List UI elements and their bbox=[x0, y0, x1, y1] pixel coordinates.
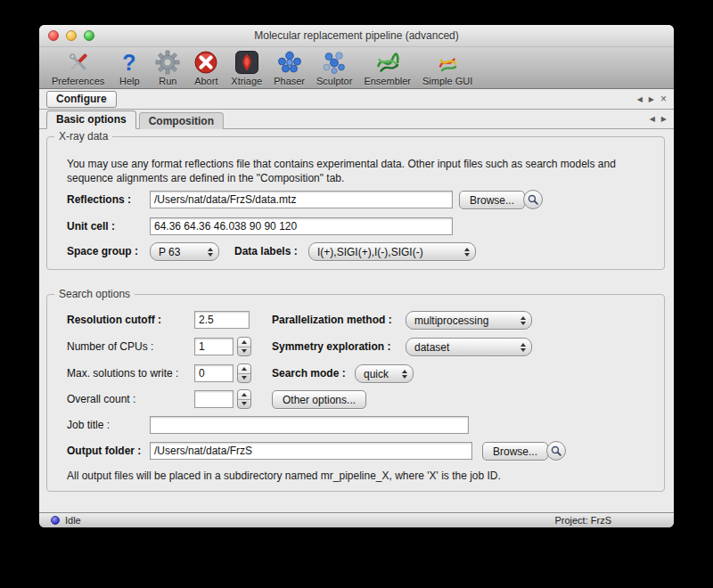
minimize-window-button[interactable] bbox=[66, 30, 77, 41]
main-content: Configure ◀ ▶ × Basic options Compositio… bbox=[39, 89, 674, 512]
tab-scroll-left-icon[interactable]: ◀ bbox=[637, 95, 643, 103]
symmetry-dropdown[interactable]: dataset bbox=[406, 338, 532, 356]
toolbar-button-xtriage[interactable]: Xtriage bbox=[231, 49, 262, 86]
symmetry-value: dataset bbox=[414, 341, 449, 354]
search-options-group: Search options Resolution cutoff : Paral… bbox=[46, 294, 665, 492]
overall-count-stepper-up-button[interactable] bbox=[238, 390, 250, 400]
xray-info-text: You may use any format reflections file … bbox=[67, 157, 644, 185]
tab-close-icon[interactable]: × bbox=[660, 95, 667, 102]
xray-group-title: X-ray data bbox=[54, 130, 112, 143]
subtab-scroll-left-icon[interactable]: ◀ bbox=[650, 115, 655, 123]
popup-arrows-icon bbox=[520, 339, 526, 355]
space-group-value: P 63 bbox=[159, 246, 180, 258]
toolbar-label-sculptor: Sculptor bbox=[316, 76, 352, 86]
status-indicator-icon bbox=[51, 516, 60, 525]
toolbar-button-sculptor[interactable]: Sculptor bbox=[316, 49, 352, 86]
max-solutions-input[interactable] bbox=[194, 364, 234, 382]
tab-scroll-right-icon[interactable]: ▶ bbox=[649, 95, 654, 103]
tab-composition[interactable]: Composition bbox=[139, 112, 224, 129]
toolbar-button-ensembler[interactable]: Ensembler bbox=[364, 49, 411, 86]
max-solutions-stepper-down-button[interactable] bbox=[238, 374, 250, 383]
configure-tab-row: Configure ◀ ▶ × bbox=[39, 89, 674, 110]
popup-arrows-icon bbox=[402, 365, 407, 382]
svg-text:?: ? bbox=[123, 50, 136, 75]
job-title-input[interactable] bbox=[150, 416, 469, 434]
other-options-button[interactable]: Other options... bbox=[272, 390, 366, 409]
window-controls bbox=[48, 30, 94, 41]
reflections-input[interactable] bbox=[150, 191, 453, 208]
output-folder-input[interactable] bbox=[150, 442, 472, 460]
toolbar-label-simple-gui: Simple GUI bbox=[422, 76, 472, 86]
overall-count-row: Overall count : Other options... bbox=[47, 389, 664, 409]
toolbar-button-abort[interactable]: Abort bbox=[193, 49, 219, 86]
popup-arrows-icon bbox=[464, 243, 470, 260]
cpus-stepper-up-button[interactable] bbox=[238, 338, 250, 347]
job-title-row: Job title : bbox=[47, 415, 664, 435]
parallelization-dropdown[interactable]: multiprocessing bbox=[406, 311, 532, 330]
xray-data-group: X-ray data You may use any format reflec… bbox=[46, 136, 665, 270]
subtab-scroll-right-icon[interactable]: ▶ bbox=[661, 115, 667, 123]
zoom-window-button[interactable] bbox=[84, 30, 94, 41]
overall-count-input[interactable] bbox=[194, 390, 234, 408]
max-solutions-stepper bbox=[237, 363, 251, 383]
status-text: Idle bbox=[65, 515, 81, 526]
data-labels-dropdown[interactable]: I(+),SIGI(+),I(-),SIGI(-) bbox=[308, 242, 476, 261]
reflections-browse-button[interactable]: Browse... bbox=[459, 191, 525, 209]
simple-gui-icon bbox=[434, 49, 461, 76]
toolbar: Preferences ? Help bbox=[39, 47, 674, 89]
cpus-stepper bbox=[237, 337, 251, 356]
search-mode-dropdown[interactable]: quick bbox=[355, 364, 414, 383]
parallelization-value: multiprocessing bbox=[414, 314, 488, 327]
toolbar-button-help[interactable]: ? Help bbox=[116, 49, 143, 86]
toolbar-label-abort: Abort bbox=[194, 76, 217, 86]
unit-cell-row: Unit cell : bbox=[47, 216, 664, 236]
ensembler-icon bbox=[374, 49, 401, 76]
space-group-dropdown[interactable]: P 63 bbox=[150, 242, 219, 261]
output-folder-row: Output folder : Browse... bbox=[47, 441, 664, 461]
toolbar-button-run[interactable]: Run bbox=[154, 49, 181, 86]
overall-count-stepper-down-button[interactable] bbox=[238, 400, 250, 409]
overall-count-stepper bbox=[237, 389, 251, 409]
project-label: Project: FrzS bbox=[554, 515, 611, 526]
popup-arrows-icon bbox=[208, 243, 213, 260]
reflections-row: Reflections : Browse... bbox=[47, 190, 664, 209]
output-browse-button[interactable]: Browse... bbox=[482, 442, 548, 461]
popup-arrows-icon bbox=[520, 312, 526, 329]
cpus-stepper-down-button[interactable] bbox=[238, 347, 250, 356]
resolution-input[interactable] bbox=[194, 311, 250, 329]
max-solutions-label: Max. solutions to write : bbox=[67, 363, 178, 383]
resolution-row: Resolution cutoff : Parallelization meth… bbox=[47, 310, 664, 330]
cpus-row: Number of CPUs : Symmetry exploration : … bbox=[47, 337, 664, 356]
output-folder-label: Output folder : bbox=[67, 441, 141, 461]
help-icon: ? bbox=[116, 49, 143, 76]
toolbar-label-preferences: Preferences bbox=[52, 76, 104, 86]
tab-basic-options[interactable]: Basic options bbox=[46, 110, 136, 129]
output-note-text: All output files will be placed in a sub… bbox=[67, 470, 501, 482]
tab-configure[interactable]: Configure bbox=[46, 91, 117, 108]
data-labels-label: Data labels : bbox=[234, 241, 298, 261]
reflections-inspect-button[interactable] bbox=[523, 190, 543, 209]
toolbar-label-run: Run bbox=[159, 76, 176, 86]
overall-count-label: Overall count : bbox=[67, 389, 135, 409]
toolbar-button-preferences[interactable]: Preferences bbox=[52, 49, 104, 86]
cpus-input[interactable] bbox=[194, 338, 234, 355]
toolbar-button-simple-gui[interactable]: Simple GUI bbox=[422, 49, 472, 86]
close-window-button[interactable] bbox=[48, 30, 59, 41]
unit-cell-input[interactable] bbox=[150, 217, 453, 235]
toolbar-label-ensembler: Ensembler bbox=[364, 76, 411, 86]
app-window: Molecular replacement pipeline (advanced… bbox=[39, 25, 674, 527]
run-gear-icon bbox=[154, 49, 181, 76]
search-group-title: Search options bbox=[54, 288, 135, 300]
sculptor-icon bbox=[321, 49, 348, 76]
options-tab-row: Basic options Composition ◀ ▶ bbox=[39, 110, 674, 129]
search-mode-label: Search mode : bbox=[272, 363, 346, 383]
space-group-row: Space group : P 63 Data labels : I(+),SI… bbox=[47, 241, 664, 261]
abort-icon bbox=[193, 49, 219, 76]
window-title: Molecular replacement pipeline (advanced… bbox=[254, 29, 458, 42]
options-tab-nav: ◀ ▶ bbox=[650, 110, 667, 128]
phaser-icon bbox=[276, 49, 303, 76]
toolbar-button-phaser[interactable]: Phaser bbox=[274, 49, 305, 86]
output-inspect-button[interactable] bbox=[546, 441, 566, 461]
magnifier-icon bbox=[527, 193, 539, 206]
max-solutions-stepper-up-button[interactable] bbox=[238, 364, 250, 374]
